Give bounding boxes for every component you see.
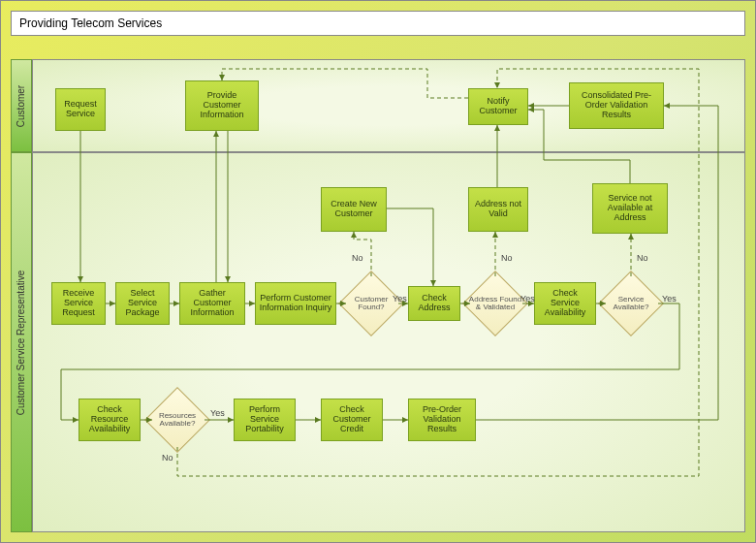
page-title: Providing Telecom Services xyxy=(11,11,745,36)
node-cust-found: Customer Found? xyxy=(340,272,402,335)
node-perform-inq: Perform Customer Information Inquiry xyxy=(255,282,336,325)
node-provide-info: Provide Customer Information xyxy=(185,80,259,131)
label-svc-avail: Service Available? xyxy=(603,296,659,312)
edge-res-yes: Yes xyxy=(210,408,225,418)
swimlane-diagram: Providing Telecom Services Customer Cust… xyxy=(0,0,756,543)
edge-res-no: No xyxy=(162,453,173,463)
lane-label-csr: Customer Service Representative xyxy=(16,270,27,415)
lane-header-customer: Customer xyxy=(11,59,32,152)
node-check-res: Check Resource Availability xyxy=(79,399,141,441)
node-receive-req: Receive Service Request xyxy=(51,282,106,325)
edge-cust-found-no: No xyxy=(352,253,363,263)
node-notify-customer: Notify Customer xyxy=(468,88,528,125)
edge-svc-yes: Yes xyxy=(662,294,677,303)
label-cust-found: Customer Found? xyxy=(343,296,399,312)
edge-cust-found-yes: Yes xyxy=(393,294,407,303)
node-preorder: Pre-Order Validation Results xyxy=(408,399,476,441)
node-create-new: Create New Customer xyxy=(321,187,387,232)
node-check-credit: Check Customer Credit xyxy=(321,399,383,441)
node-check-svc: Check Service Availability xyxy=(534,282,596,325)
node-res-avail: Resources Available? xyxy=(146,389,208,451)
node-gather-info: Gather Customer Information xyxy=(179,282,245,325)
node-select-pkg: Select Service Package xyxy=(115,282,170,325)
label-addr-found: Address Found & Validated xyxy=(467,296,523,312)
edge-svc-no: No xyxy=(637,253,648,263)
node-request-service: Request Service xyxy=(55,88,106,131)
lane-header-csr: Customer Service Representative xyxy=(11,152,32,532)
edge-addr-yes: Yes xyxy=(520,294,535,303)
node-addr-not-valid: Address not Valid xyxy=(468,187,528,232)
node-consolidated: Consolidated Pre-Order Validation Result… xyxy=(569,82,664,129)
edge-addr-no: No xyxy=(501,253,513,263)
lane-label-customer: Customer xyxy=(16,84,27,126)
node-svc-not-avail: Service not Available at Address xyxy=(592,183,668,234)
node-svc-avail: Service Available? xyxy=(600,272,662,335)
label-res-avail: Resources Available? xyxy=(149,412,205,429)
node-addr-found: Address Found & Validated xyxy=(464,272,526,335)
node-check-addr: Check Address xyxy=(408,286,460,321)
node-perform-port: Perform Service Portability xyxy=(234,399,296,441)
